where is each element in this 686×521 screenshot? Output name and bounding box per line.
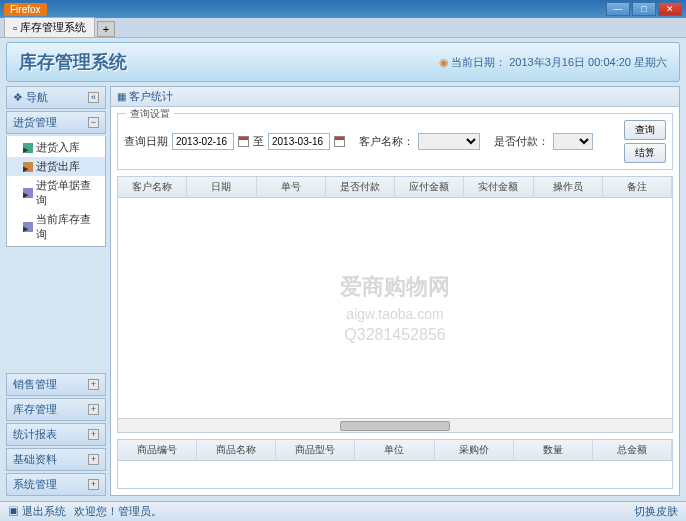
- nav-section-stock[interactable]: 库存管理+: [6, 398, 106, 421]
- nav-item-stockquery[interactable]: ▸当前库存查询: [7, 210, 105, 244]
- date-label: 查询日期: [124, 134, 168, 149]
- paid-select[interactable]: [553, 133, 593, 150]
- welcome-text: 欢迎您！管理员。: [74, 504, 162, 519]
- nav-section-purchase[interactable]: 进货管理−: [6, 111, 106, 134]
- settle-button[interactable]: 结算: [624, 143, 666, 163]
- date-from-input[interactable]: [172, 133, 234, 150]
- app-banner: 库存管理系统 ◉ 当前日期： 2013年3月16日 00:04:20 星期六: [6, 42, 680, 82]
- nav-item-stockout[interactable]: ▸进货出库: [7, 157, 105, 176]
- content-tab[interactable]: ▦ 客户统计: [111, 87, 679, 107]
- maximize-button[interactable]: □: [632, 2, 656, 16]
- date-to-input[interactable]: [268, 133, 330, 150]
- calendar-icon[interactable]: [238, 136, 249, 147]
- nav-section-system[interactable]: 系统管理+: [6, 473, 106, 496]
- search-button[interactable]: 查询: [624, 120, 666, 140]
- minus-icon: −: [88, 117, 99, 128]
- firefox-badge: Firefox: [4, 3, 47, 16]
- plus-icon: +: [88, 404, 99, 415]
- nav-section-basic[interactable]: 基础资料+: [6, 448, 106, 471]
- calendar-icon[interactable]: [334, 136, 345, 147]
- fieldset-legend: 查询设置: [126, 107, 174, 121]
- detail-grid: 商品编号商品名称商品型号单位采购价数量总金额: [117, 439, 673, 489]
- paid-label: 是否付款：: [494, 134, 549, 149]
- plus-icon: +: [88, 454, 99, 465]
- collapse-icon[interactable]: «: [88, 92, 99, 103]
- nav-item-stockin[interactable]: ▸进货入库: [7, 138, 105, 157]
- plus-icon: +: [88, 379, 99, 390]
- minimize-button[interactable]: —: [606, 2, 630, 16]
- close-button[interactable]: ✕: [658, 2, 682, 16]
- nav-section-report[interactable]: 统计报表+: [6, 423, 106, 446]
- skin-button[interactable]: 切换皮肤: [634, 504, 678, 519]
- nav-header[interactable]: ❖ 导航«: [6, 86, 106, 109]
- nav-item-billquery[interactable]: ▸进货单据查询: [7, 176, 105, 210]
- app-title: 库存管理系统: [19, 50, 127, 74]
- nav-section-sales[interactable]: 销售管理+: [6, 373, 106, 396]
- tab-favicon: ▫: [13, 22, 17, 34]
- watermark: 爱商购物网aigw.taoba.comQ3281452856: [340, 272, 450, 344]
- date-value: 2013年3月16日 00:04:20 星期六: [509, 56, 667, 68]
- tab-title: 库存管理系统: [20, 20, 86, 35]
- exit-link[interactable]: ▣ 退出系统: [8, 504, 66, 519]
- horizontal-scrollbar[interactable]: [118, 418, 672, 432]
- plus-icon: +: [88, 429, 99, 440]
- to-label: 至: [253, 134, 264, 149]
- main-grid: 客户名称日期单号是否付款应付金额实付金额操作员备注 爱商购物网aigw.taob…: [117, 176, 673, 433]
- cust-label: 客户名称：: [359, 134, 414, 149]
- plus-icon: +: [88, 479, 99, 490]
- customer-select[interactable]: [418, 133, 480, 150]
- new-tab-button[interactable]: +: [97, 21, 115, 37]
- browser-tab[interactable]: ▫ 库存管理系统: [4, 17, 95, 37]
- grid-header: 客户名称日期单号是否付款应付金额实付金额操作员备注: [118, 177, 672, 198]
- date-label: 当前日期：: [451, 56, 506, 68]
